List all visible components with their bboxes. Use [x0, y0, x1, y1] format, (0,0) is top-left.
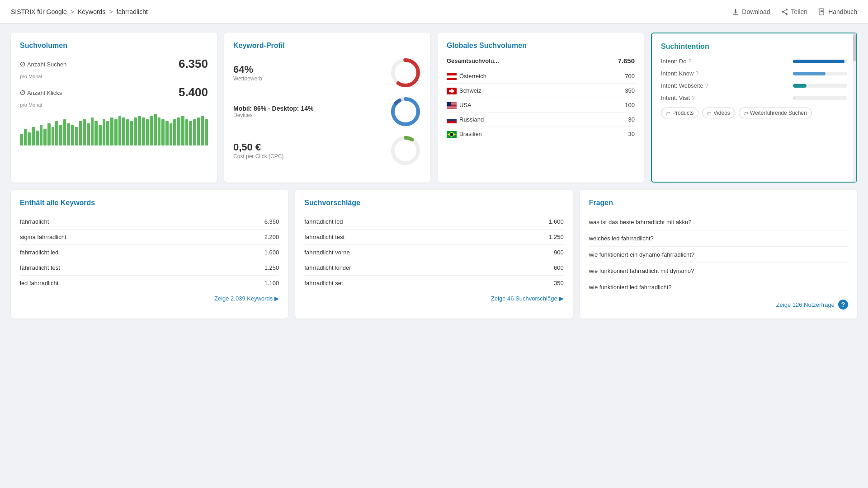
intent-label: Intent: Webseite ? [661, 82, 708, 89]
show-more-fragen[interactable]: Zeige 126 Nutzerfrage ? [589, 295, 848, 310]
svg-rect-27 [447, 107, 457, 107]
intent-rows: Intent: Do ? Intent: Know ? Intent: Webs… [661, 58, 847, 101]
suchvorschlaege-rows: fahrradlicht led1.600fahrradlicht test1.… [304, 214, 563, 291]
suchintention-title: Suchintention [661, 42, 847, 51]
intent-bar [793, 60, 844, 63]
breadcrumb-part1[interactable]: SISTRIX für Google [11, 8, 67, 15]
devices-row: Mobil: 86% - Desktop: 14% Devices [233, 96, 421, 127]
gv-country-row: Russland 30 [447, 113, 635, 127]
intent-bar-container [793, 84, 847, 88]
cpc-row: 0,50 € Cost per Click (CPC) [233, 135, 421, 166]
suchintention-tag[interactable]: 🏷Weiterführende Suchen [739, 108, 812, 118]
bar [36, 131, 39, 145]
metric-klicks-label: ∅ Anzahl Klicks [20, 89, 62, 96]
teilen-button[interactable]: Teilen [781, 8, 808, 15]
bar [55, 121, 58, 145]
scrollbar[interactable] [853, 33, 856, 182]
kw-name: led fahrradlicht [20, 280, 58, 286]
kw-name: fahrradlicht test [304, 234, 344, 240]
kw-value: 1.600 [264, 249, 279, 256]
tag-label: Weiterführende Suchen [750, 110, 807, 116]
bar [158, 117, 161, 145]
country-name: Schweiz [459, 87, 481, 94]
list-item: fahrradlicht test1.250 [20, 260, 279, 276]
bar [79, 121, 82, 145]
bar [197, 117, 200, 145]
intent-bar [793, 96, 795, 100]
svg-point-14 [393, 138, 418, 163]
enthalt-title: Enthält alle Keywords [20, 199, 279, 207]
flag-ru [447, 117, 456, 123]
country-value: 30 [628, 131, 635, 137]
wettbewerb-pct: 64% [233, 64, 262, 75]
bar [205, 119, 208, 145]
kw-value: 900 [554, 249, 564, 256]
bar [142, 117, 145, 145]
bar [185, 119, 189, 145]
intent-help-icon[interactable]: ? [688, 58, 691, 65]
kw-value: 1.600 [549, 218, 564, 225]
suchvorschlaege-title: Suchvorschläge [304, 199, 563, 207]
bar [177, 117, 180, 145]
intent-help-icon[interactable]: ? [695, 70, 698, 77]
gv-country-row: USA 100 [447, 98, 635, 113]
top-row: Suchvolumen ∅ Anzahl Suchen 6.350 pro Mo… [11, 33, 857, 183]
intent-bar-container [793, 72, 847, 75]
bar [201, 116, 204, 145]
enthalt-rows: fahrradlicht6.350sigma fahrradlicht2.200… [20, 214, 279, 291]
kw-name: fahrradlicht vorne [304, 249, 349, 256]
intent-help-icon[interactable]: ? [705, 83, 708, 89]
globales-title: Globales Suchvolumen [447, 42, 635, 50]
suchintention-tag[interactable]: 🏷Products [661, 108, 698, 118]
metric-suchen-row: ∅ Anzahl Suchen 6.350 [20, 57, 208, 71]
list-item: fahrradlicht test1.250 [304, 230, 563, 245]
devices-gauge [390, 96, 421, 127]
tag-icon: 🏷 [666, 111, 670, 116]
breadcrumb: SISTRIX für Google > Keywords > fahrradl… [11, 8, 148, 15]
kw-name: fahrradlicht [20, 218, 49, 225]
country-name: Russland [459, 116, 484, 123]
bar [91, 117, 94, 145]
cpc-gauge [390, 135, 421, 166]
show-more-suchvorschlaege[interactable]: Zeige 46 Suchvorschläge ▶ [304, 291, 563, 302]
handbuch-button[interactable]: Handbuch [818, 8, 857, 15]
bar [71, 125, 74, 145]
suchintention-tag[interactable]: 🏷Videos [702, 108, 735, 118]
country-name: Brasilien [459, 131, 482, 137]
gv-countries-list: Österreich 700 Schweiz 350 USA 100 Russl… [447, 69, 635, 141]
bar [99, 125, 102, 145]
kw-name: fahrradlicht kinder [304, 264, 351, 271]
flag-us [447, 102, 456, 108]
topbar-actions: Download Teilen Handbuch [732, 8, 857, 15]
download-button[interactable]: Download [732, 8, 770, 15]
svg-point-35 [450, 133, 453, 136]
suchvolumen-title: Suchvolumen [20, 42, 208, 50]
gv-total-row: Gesamtsuchvolu... 7.650 [447, 57, 635, 65]
bar [130, 121, 133, 145]
intent-label: Intent: Visit ? [661, 94, 695, 101]
bar-chart [20, 114, 208, 145]
kw-value: 2.200 [264, 234, 279, 240]
bar [161, 119, 165, 145]
breadcrumb-part2[interactable]: Keywords [78, 8, 105, 15]
bar [32, 127, 35, 145]
show-more-keywords[interactable]: Zeige 2.039 Keywords ▶ [20, 291, 279, 302]
svg-rect-29 [447, 102, 451, 106]
keyword-profil-card: Keyword-Profil 64% Wettbewerb Mobil: 86%… [224, 33, 430, 183]
list-item: welches led fahrradlicht? [589, 230, 848, 247]
suchintention-card: Suchintention Intent: Do ? Intent: Know … [651, 33, 857, 183]
bar [173, 119, 176, 145]
book-icon [818, 8, 826, 15]
intent-help-icon[interactable]: ? [692, 95, 695, 101]
bar [59, 125, 62, 145]
gv-total-value: 7.650 [618, 57, 635, 65]
bar [114, 119, 118, 145]
wettbewerb-label: Wettbewerb [233, 75, 262, 82]
help-icon: ? [838, 300, 848, 310]
kw-name: fahrradlicht led [304, 218, 343, 225]
kw-name: fahrradlicht test [20, 264, 60, 271]
fragen-rows: was ist das beste fahrradlicht mit akku?… [589, 214, 848, 295]
list-item: fahrradlicht set350 [304, 276, 563, 291]
breadcrumb-sep2: > [109, 8, 113, 15]
cpc-value: 0,50 € [233, 141, 283, 153]
